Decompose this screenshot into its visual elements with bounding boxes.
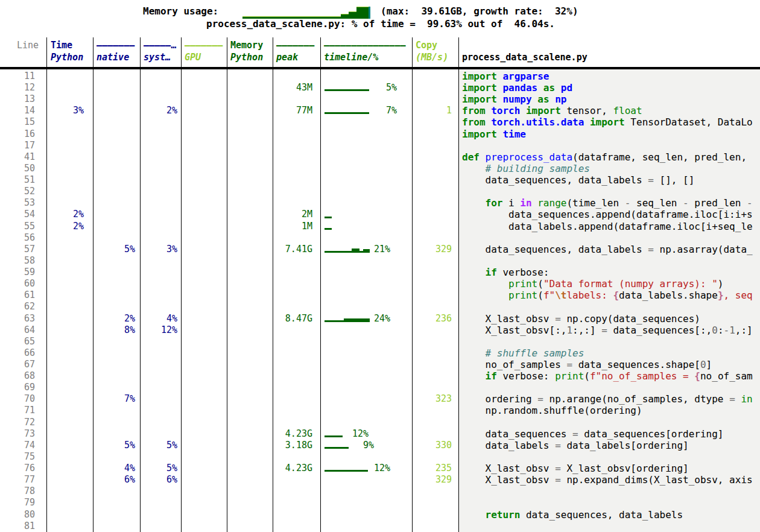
code-line: X_last_obsv = np.expand_dims(X_last_obsv… — [462, 474, 753, 486]
memory-peak-value: 4.23G — [273, 463, 312, 474]
code-line: ordering = np.arange(no_of_samples, dtyp… — [462, 393, 753, 405]
table-row: 65 — [0, 336, 760, 347]
code-token: if — [462, 267, 502, 278]
table-row: 734.23G12% data_sequences = data_sequenc… — [0, 428, 760, 440]
code-token: as — [537, 82, 561, 93]
table-row: 80 return data_sequences, data_labels — [0, 509, 760, 521]
code-line: print("Data format (numpy arrays): ") — [462, 278, 724, 290]
code-token: data_labels.append(dataframe.iloc[i+seq_… — [462, 221, 753, 232]
code-token: f" — [543, 290, 555, 301]
code-token: [], [] — [654, 174, 694, 186]
line-number: 70 — [0, 393, 35, 405]
code-token: (time_len — [566, 197, 624, 209]
code-token: , seq — [724, 290, 753, 301]
code-line: # building samples — [462, 163, 590, 174]
memory-peak-value: 7.41G — [273, 244, 312, 255]
table-row: 632%4%8.47G23624% X_last_obsv = np.copy(… — [0, 313, 760, 325]
code-token: no_of_samples — [462, 359, 566, 370]
code-token: in — [741, 393, 752, 405]
line-number: 71 — [0, 405, 35, 416]
code-token: data_sequences — [462, 428, 572, 440]
code-token: data_sequences[ordering] — [578, 428, 724, 440]
code-token: = — [537, 393, 543, 405]
timeline-bar-segment — [325, 217, 332, 218]
line-number: 13 — [0, 93, 35, 105]
table-row: 17 — [0, 140, 760, 151]
time-native-value: 5% — [93, 440, 135, 451]
column-subheader-peak: peak — [276, 52, 298, 63]
memory-peak-value: 1M — [273, 221, 312, 232]
table-row: 69 — [0, 382, 760, 393]
memory-timeline-sparkline — [325, 318, 370, 322]
code-token: data_labels[ordering] — [561, 440, 689, 451]
time-python-value: 2% — [46, 209, 84, 220]
table-row: 79 — [0, 497, 760, 508]
code-line: import numpy as np — [462, 93, 566, 105]
column-subheader-time: Python — [51, 52, 83, 63]
code-token: pred_len — [689, 197, 747, 209]
code-line: from torch import tensor, float — [462, 105, 642, 116]
table-row: 56 — [0, 232, 760, 244]
line-number: 58 — [0, 255, 35, 267]
time-native-value: 7% — [93, 393, 135, 405]
column-header-timeline: ——————————————— — [324, 40, 405, 51]
code-token: - — [724, 325, 730, 336]
table-row: 51 data_sequences, data_labels = [], [] — [0, 174, 760, 186]
table-row: 11import argparse — [0, 71, 760, 82]
code-token: = — [648, 174, 654, 186]
table-row: 764%5%4.23G23512% X_last_obsv = X_last_o… — [0, 463, 760, 474]
code-token: ( — [584, 370, 590, 382]
code-token: data_sequences, data_labels — [462, 174, 648, 186]
table-row: 50 # building samples — [0, 163, 760, 174]
column-header-syst: —————… — [144, 40, 176, 51]
code-token: pandas — [502, 82, 537, 93]
code-token: from — [462, 105, 491, 116]
code-token: pd — [561, 82, 572, 93]
time-system-value: 4% — [140, 313, 177, 325]
column-subheader-timeline: timeline/% — [324, 52, 378, 63]
time-system-value: 12% — [140, 325, 177, 336]
line-number: 55 — [0, 221, 35, 232]
code-token: def — [462, 151, 486, 163]
timeline-bar-segment — [363, 249, 370, 253]
code-token: data_sequences, data_labels — [462, 244, 648, 255]
code-token: np.random.shuffle(ordering) — [462, 405, 642, 416]
code-token: # building samples — [462, 163, 590, 174]
code-token: import — [520, 105, 566, 116]
code-token: verbose: — [502, 267, 549, 278]
code-token: in — [520, 197, 537, 209]
table-row: 552%1M data_labels.append(dataframe.iloc… — [0, 221, 760, 232]
table-row: 15from torch.utils.data import TensorDat… — [0, 116, 760, 128]
line-number: 54 — [0, 209, 35, 220]
profile-rows: 11import argparse1243M5%import pandas as… — [0, 71, 760, 532]
copy-rate-value: 329 — [412, 244, 452, 255]
line-number: 72 — [0, 417, 35, 428]
code-line: import time — [462, 128, 526, 140]
line-number: 65 — [0, 336, 35, 347]
code-line: X_last_obsv[:,1:,:] = data_sequences[:,0… — [462, 325, 753, 336]
memory-peak-value: 4.23G — [273, 428, 312, 440]
code-token: 0 — [712, 325, 718, 336]
code-token: : — [718, 325, 724, 336]
code-token: - — [747, 197, 753, 209]
code-token: = — [572, 428, 578, 440]
time-native-value: 4% — [93, 463, 135, 474]
memory-peak-value: 8.47G — [273, 313, 312, 325]
code-token: data_labels.shape — [619, 290, 718, 301]
memory-timeline-sparkline — [325, 447, 349, 449]
table-row: 59 if verbose: — [0, 267, 760, 278]
code-token: 0 — [700, 359, 706, 370]
line-number: 57 — [0, 244, 35, 255]
table-row: 72 — [0, 417, 760, 428]
time-system-value: 2% — [140, 105, 177, 116]
line-number: 77 — [0, 474, 35, 486]
timeline-bar-segment — [325, 320, 344, 322]
code-line: for i in range(time_len - seq_len - pred… — [462, 197, 753, 209]
code-token: ) — [718, 278, 724, 290]
code-token: from — [462, 116, 491, 128]
code-token: :,:] — [572, 325, 601, 336]
timeline-bar-segment — [325, 89, 369, 91]
line-number: 68 — [0, 370, 35, 382]
timeline-bar-segment — [325, 470, 368, 472]
timeline-bar-segment — [325, 447, 349, 449]
